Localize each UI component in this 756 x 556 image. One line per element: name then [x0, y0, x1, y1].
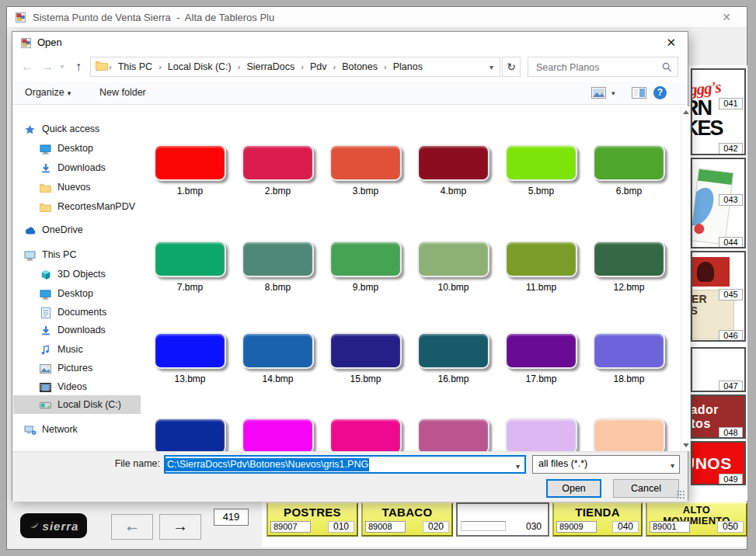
- breadcrumb-item-planos[interactable]: Planos: [388, 57, 428, 76]
- address-dropdown-chevron-icon[interactable]: ▾: [483, 63, 500, 71]
- resize-grip[interactable]: [676, 490, 686, 500]
- cancel-button[interactable]: Cancel: [613, 479, 679, 498]
- file-item-11-bmp[interactable]: 11.bmp: [503, 241, 579, 293]
- plu-number-badge: 043: [719, 194, 743, 206]
- address-bar[interactable]: ›This PC›Local Disk (C:)›SierraDocs›Pdv›…: [90, 57, 500, 77]
- search-input[interactable]: [535, 58, 662, 77]
- file-item-18-bmp[interactable]: 18.bmp: [591, 332, 667, 384]
- sidebar-item-downloads[interactable]: Downloads: [13, 158, 141, 177]
- sidebar-item-nuevos[interactable]: Nuevos: [13, 178, 141, 196]
- recent-locations-chevron-icon[interactable]: ▾: [57, 57, 68, 77]
- pos-plu-button-045[interactable]: KERTS045046: [691, 251, 746, 342]
- back-icon[interactable]: ←: [19, 57, 36, 77]
- file-item-16-bmp[interactable]: 16.bmp: [416, 332, 491, 384]
- sidebar-item-3d-objects[interactable]: 3D Objects: [13, 265, 141, 283]
- pos-category-button-030[interactable]: 030: [456, 502, 549, 537]
- breadcrumb-item-sierradocs[interactable]: SierraDocs: [241, 57, 300, 76]
- music-icon: [39, 341, 52, 360]
- file-item[interactable]: [328, 418, 403, 453]
- new-folder-button[interactable]: New folder: [93, 82, 152, 104]
- main-window-close-button[interactable]: ✕: [717, 9, 736, 25]
- carton-art: [691, 183, 719, 230]
- file-thumbnail: [154, 144, 226, 181]
- organize-button[interactable]: Organize▾: [19, 82, 77, 104]
- file-item-7-bmp[interactable]: 7.bmp: [152, 241, 228, 293]
- file-item-4-bmp[interactable]: 4.bmp: [416, 144, 491, 196]
- pos-category-button-010[interactable]: POSTRES89007010: [267, 502, 358, 537]
- pos-plu-button-048[interactable]: cadorntos048: [691, 394, 746, 439]
- sidebar-item-documents[interactable]: Documents: [13, 303, 141, 321]
- sidebar-item-videos[interactable]: Videos: [13, 377, 141, 396]
- file-type-select[interactable]: all files (*.*) ▾: [532, 455, 680, 474]
- pos-plu-button-049[interactable]: UNOS049: [691, 441, 746, 485]
- file-item-2-bmp[interactable]: 2.bmp: [240, 144, 315, 196]
- file-name-input[interactable]: C:\SierraDocs\Pdv\Botones\Nuevos\gris1.P…: [164, 455, 526, 474]
- pos-page-number-field[interactable]: 419: [214, 509, 249, 526]
- file-thumbnail: [154, 418, 226, 453]
- scroll-down-icon[interactable]: [683, 443, 689, 447]
- sidebar-item-pictures[interactable]: Pictures: [13, 359, 141, 377]
- pos-plu-button-041[interactable]: ggg'sRNKES041042: [691, 68, 746, 155]
- pos-button-text-line: cador: [692, 403, 744, 417]
- pos-previous-page-button[interactable]: ←: [111, 514, 153, 540]
- breadcrumb-item-local-disk-c[interactable]: Local Disk (C:): [162, 57, 237, 76]
- pos-category-button-020[interactable]: TABACO89008020: [361, 502, 453, 537]
- preview-pane-icon[interactable]: [632, 87, 646, 102]
- sidebar-item-recortesmanpdv[interactable]: RecortesManPDV: [13, 197, 141, 216]
- chevron-down-icon[interactable]: ▾: [671, 457, 674, 474]
- pos-plu-button-043[interactable]: 043044: [691, 158, 746, 248]
- pos-next-page-button[interactable]: →: [159, 514, 201, 540]
- file-item-1-bmp[interactable]: 1.bmp: [152, 144, 228, 196]
- sidebar-item-quick-access[interactable]: Quick access: [13, 120, 141, 138]
- open-button[interactable]: Open: [546, 479, 601, 498]
- sidebar-item-desktop[interactable]: Desktop: [13, 284, 141, 303]
- file-label: 18.bmp: [591, 374, 667, 384]
- file-item-6-bmp[interactable]: 6.bmp: [591, 144, 667, 196]
- file-item-15-bmp[interactable]: 15.bmp: [328, 332, 403, 384]
- file-item-12-bmp[interactable]: 12.bmp: [591, 241, 667, 293]
- forward-icon[interactable]: →: [39, 57, 56, 77]
- up-icon[interactable]: ↑: [70, 57, 87, 77]
- pos-category-button-050[interactable]: ALTOMOVIMIENTO89001050: [646, 502, 747, 537]
- file-item-17-bmp[interactable]: 17.bmp: [503, 332, 579, 384]
- sidebar-item-music[interactable]: Music: [13, 340, 141, 359]
- sidebar-item-label: Downloads: [57, 162, 106, 173]
- file-item-13-bmp[interactable]: 13.bmp: [152, 332, 228, 384]
- breadcrumb-item-botones[interactable]: Botones: [336, 57, 383, 76]
- dialog-close-button[interactable]: ✕: [662, 35, 680, 50]
- file-item[interactable]: [591, 418, 667, 453]
- breadcrumb-item-this-pc[interactable]: This PC: [113, 57, 158, 76]
- file-item-14-bmp[interactable]: 14.bmp: [240, 332, 315, 384]
- file-item[interactable]: [503, 418, 579, 453]
- file-item[interactable]: [416, 418, 491, 453]
- chevron-down-icon[interactable]: ▾: [516, 459, 520, 474]
- thumbnail-view-icon[interactable]: [591, 87, 606, 102]
- breadcrumb-item-pdv[interactable]: Pdv: [305, 57, 333, 76]
- file-item-9-bmp[interactable]: 9.bmp: [328, 241, 403, 293]
- sidebar-item-desktop[interactable]: Desktop: [13, 139, 141, 158]
- pos-plu-button-047[interactable]: 047: [691, 347, 746, 392]
- sidebar-item-onedrive[interactable]: OneDrive: [13, 221, 141, 239]
- file-item-3-bmp[interactable]: 3.bmp: [328, 144, 403, 196]
- pos-category-button-040[interactable]: TIENDA89009040: [552, 502, 643, 537]
- search-box[interactable]: [528, 57, 678, 77]
- sidebar-item-local-disk-c[interactable]: Local Disk (C:): [13, 395, 141, 414]
- file-list-scrollbar[interactable]: [681, 106, 690, 451]
- file-item[interactable]: [240, 418, 315, 453]
- file-item-10-bmp[interactable]: 10.bmp: [416, 241, 491, 293]
- view-options-chevron-icon[interactable]: ▾: [611, 89, 615, 97]
- file-label: 4.bmp: [416, 186, 491, 196]
- scroll-up-icon[interactable]: [683, 110, 689, 114]
- file-item[interactable]: [152, 418, 228, 453]
- refresh-button[interactable]: ↻: [502, 57, 521, 77]
- file-label: 13.bmp: [152, 374, 228, 384]
- sidebar-item-downloads[interactable]: Downloads: [13, 321, 141, 339]
- product-name-text: RNKES: [691, 98, 723, 138]
- file-thumbnail: [593, 241, 665, 277]
- pos-category-label: TABACO: [363, 504, 451, 519]
- sidebar-item-this-pc[interactable]: This PC: [13, 245, 141, 264]
- file-item-8-bmp[interactable]: 8.bmp: [240, 241, 315, 293]
- sidebar-item-network[interactable]: Network: [13, 420, 141, 439]
- help-button[interactable]: ?: [653, 86, 667, 99]
- file-item-5-bmp[interactable]: 5.bmp: [503, 144, 579, 196]
